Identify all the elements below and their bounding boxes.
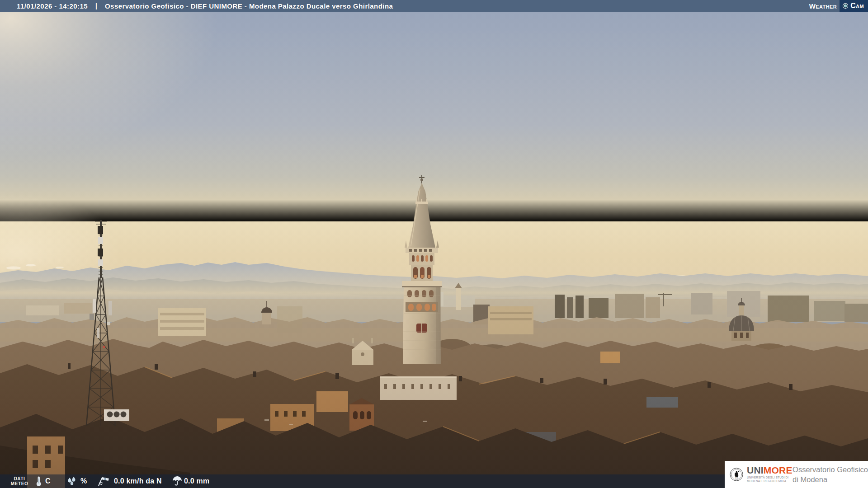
weather-bar-label: DATI METEO: [8, 476, 31, 486]
weathercam-logo-weather: Weather: [809, 2, 840, 10]
unimore-logo-box: 1175 UNIMORE UNIVERSITÀ DEGLI STUDI DI M…: [725, 461, 868, 488]
thermometer-icon: [35, 476, 42, 487]
webcam-photo: [0, 12, 868, 488]
weathercam-logo-cam: Cam: [850, 2, 864, 10]
separator: |: [95, 2, 97, 9]
university-line2: MODENA E REGGIO EMILIA: [747, 479, 788, 483]
page-title: Osservatorio Geofisico - DIEF UNIMORE - …: [105, 2, 393, 10]
svg-text:1175: 1175: [735, 477, 738, 479]
rain-value: 0.0 mm: [184, 477, 209, 485]
unimore-seal-icon: 1175: [730, 464, 743, 485]
top-status-bar: 11/01/2026 - 14:20:15 | Osservatorio Geo…: [0, 0, 868, 12]
humidity-value: %: [80, 477, 87, 485]
webcam-page: 11/01/2026 - 14:20:15 | Osservatorio Geo…: [0, 0, 868, 488]
timestamp: 11/01/2026 - 14:20:15: [17, 2, 88, 10]
university-line1: UNIVERSITÀ DEGLI STUDI DI: [747, 476, 788, 479]
observatory-name: Osservatorio Geofisico di Modena: [793, 465, 868, 484]
water-drops-icon: [66, 476, 79, 486]
temperature-value: C: [45, 477, 51, 485]
windsock-icon: [97, 476, 110, 487]
camera-lens-icon: [842, 3, 849, 9]
modena-panorama: [0, 12, 868, 488]
weathercam-logo: Weather Cam: [809, 0, 868, 12]
unimore-wordmark: UNIMORE UNIVERSITÀ DEGLI STUDI DI MODENA…: [747, 466, 788, 483]
wind-value: 0.0 km/h da N: [114, 477, 162, 485]
umbrella-icon: [172, 476, 182, 487]
color-grade: [0, 12, 868, 488]
weathercam-logo-box: Cam: [840, 0, 868, 12]
unimore-uni: UNI: [747, 465, 764, 475]
unimore-more: MORE: [764, 465, 793, 475]
